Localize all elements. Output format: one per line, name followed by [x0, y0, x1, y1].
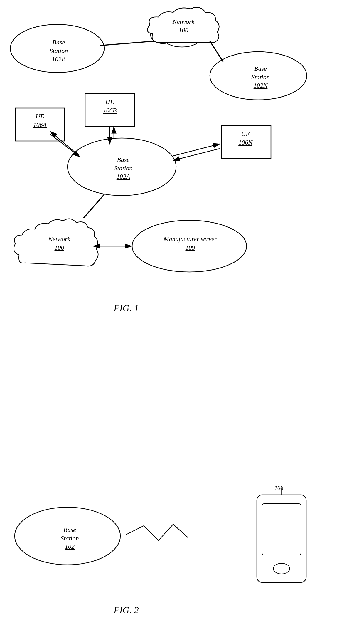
fig1-label: FIG. 1	[113, 303, 139, 313]
svg-point-13	[210, 52, 307, 100]
ue-106-phone	[257, 495, 306, 582]
network-100-bottom	[14, 219, 98, 266]
main-svg: FIG. 1 FIG. 2	[0, 0, 364, 630]
svg-rect-34	[262, 504, 301, 555]
svg-line-15	[210, 41, 223, 62]
ue-106B	[85, 93, 134, 126]
svg-point-12	[10, 24, 104, 73]
base-station-102	[15, 507, 120, 565]
network-100-top	[147, 7, 219, 47]
base-station-102N	[210, 52, 307, 100]
base-station-102A	[68, 138, 176, 196]
diagram-container: FIG. 1 FIG. 2 Network100 BaseSta	[0, 0, 364, 630]
base-station-102B	[10, 24, 104, 73]
svg-point-35	[273, 563, 290, 574]
svg-line-27	[173, 149, 220, 160]
svg-point-29	[132, 220, 247, 272]
svg-point-32	[15, 507, 120, 565]
svg-rect-18	[222, 126, 271, 159]
svg-line-14	[100, 41, 155, 46]
fig2-label: FIG. 2	[113, 605, 139, 615]
manufacturer-server-109	[132, 220, 247, 272]
ue-106A	[15, 108, 65, 141]
svg-rect-17	[85, 93, 134, 126]
svg-line-28	[84, 194, 104, 218]
ue-106N	[222, 126, 271, 159]
svg-rect-16	[15, 108, 65, 141]
svg-point-19	[68, 138, 176, 196]
